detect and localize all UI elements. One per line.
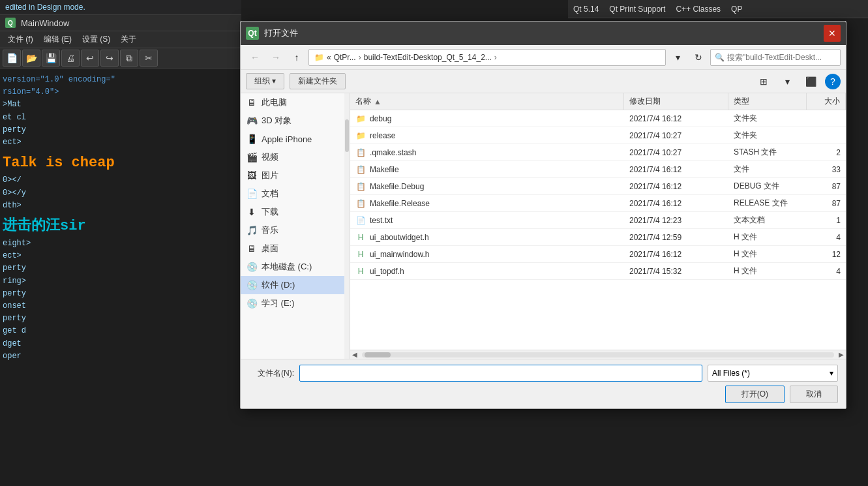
file-name-topdf: ui_topdf.h <box>370 267 404 276</box>
sidebar-item-desktop[interactable]: 🖥 桌面 <box>241 239 350 258</box>
sidebar-item-pictures[interactable]: 🖼 图片 <box>241 166 350 185</box>
breadcrumb-bar[interactable]: 📁 « QtPr... › build-TextEdit-Desktop_Qt_… <box>308 49 666 66</box>
file-icon-makefile: 📋 <box>355 164 366 175</box>
drive-d-icon: 💿 <box>246 279 258 291</box>
col-header-name[interactable]: 名称 ▲ <box>350 93 624 110</box>
dialog-toolbar: ← → ↑ 📁 « QtPr... › build-TextEdit-Deskt… <box>241 45 846 70</box>
file-icon-topdf: H <box>355 266 366 277</box>
organize-button[interactable]: 组织 ▾ <box>246 73 284 89</box>
menu-file[interactable]: 文件 (f) <box>3 33 38 46</box>
up-button[interactable]: ↑ <box>288 49 306 66</box>
file-size-makefile-release: 87 <box>807 199 846 208</box>
menu-about[interactable]: 关于 <box>115 33 142 46</box>
file-row-mainwindow[interactable]: H ui_mainwindow.h 2021/7/4 16:12 H 文件 12 <box>350 246 846 263</box>
dialog-title-bar: Qt 打开文件 ✕ <box>241 22 846 45</box>
tb-open-btn[interactable]: 📂 <box>22 50 40 67</box>
sidebar-item-drive-d[interactable]: 💿 软件 (D:) <box>241 276 350 294</box>
scroll-left-arrow[interactable]: ◀ <box>350 350 359 359</box>
tb-redo-btn[interactable]: ↪ <box>100 50 119 67</box>
pictures-icon: 🖼 <box>246 170 258 181</box>
file-date-makefile-debug: 2021/7/4 16:12 <box>624 182 728 191</box>
refresh-button[interactable]: ↻ <box>689 49 708 66</box>
computer-icon: 🖥 <box>246 97 258 108</box>
filetype-select[interactable]: All Files (*) ▾ <box>708 365 838 382</box>
sidebar-item-drive-e[interactable]: 💿 学习 (E:) <box>241 294 350 312</box>
file-icon-test: 📄 <box>355 215 366 226</box>
file-row-makefile[interactable]: 📋 Makefile 2021/7/4 16:12 文件 33 <box>350 161 846 178</box>
sidebar-item-video[interactable]: 🎬 视频 <box>241 148 350 166</box>
dropdown-button[interactable]: ▾ <box>668 49 687 66</box>
sidebar-item-iphone[interactable]: 📱 Apple iPhone <box>241 130 350 148</box>
file-type-makefile-release: RELEASE 文件 <box>728 198 807 209</box>
menu-edit[interactable]: 编辑 (E) <box>38 33 77 46</box>
filetype-value: All Files (*) <box>712 369 750 378</box>
code-content: version="1.0" encoding=" rsion="4.0"> >M… <box>0 68 241 368</box>
file-type-mainwindow: H 文件 <box>728 249 807 260</box>
sidebar-label-iphone: Apple iPhone <box>262 134 312 144</box>
menu-settings[interactable]: 设置 (S) <box>77 33 115 46</box>
file-date-release: 2021/7/4 10:27 <box>624 131 728 140</box>
sidebar-item-3d[interactable]: 🎮 3D 对象 <box>241 112 350 130</box>
footer-buttons: 打开(O) 取消 <box>248 386 838 403</box>
file-row-aboutwidget[interactable]: H ui_aboutwidget.h 2021/7/4 12:59 H 文件 4 <box>350 229 846 246</box>
sidebar-item-computer[interactable]: 🖥 此电脑 <box>241 93 350 112</box>
tb-cut-btn[interactable]: ✂ <box>140 50 158 67</box>
filename-input[interactable] <box>299 365 702 382</box>
search-input[interactable] <box>727 53 836 62</box>
scroll-thumb <box>365 352 391 357</box>
tb-print-btn[interactable]: 🖨 <box>61 50 80 67</box>
file-size-mainwindow: 12 <box>807 250 846 259</box>
file-date-makefile-release: 2021/7/4 16:12 <box>624 199 728 208</box>
help-button[interactable]: ? <box>825 74 841 89</box>
tb-save-btn[interactable]: 💾 <box>42 50 60 67</box>
file-row-topdf[interactable]: H ui_topdf.h 2021/7/4 15:32 H 文件 4 <box>350 263 846 280</box>
folder-icon-release: 📁 <box>355 130 366 141</box>
open-button[interactable]: 打开(O) <box>725 386 785 403</box>
horizontal-scrollbar[interactable]: ◀ ▶ <box>350 350 846 359</box>
rt-qt514: Qt 5.14 <box>573 5 599 14</box>
file-name-makefile: Makefile <box>370 165 399 174</box>
file-type-topdf: H 文件 <box>728 266 807 277</box>
sidebar-label-downloads: 下载 <box>262 206 278 218</box>
search-box[interactable]: 🔍 <box>710 49 841 66</box>
file-icon-aboutwidget: H <box>355 232 366 243</box>
file-date-mainwindow: 2021/7/4 16:12 <box>624 250 728 259</box>
col-header-size[interactable]: 大小 <box>807 93 846 110</box>
breadcrumb-icon: 📁 <box>314 53 324 62</box>
file-date-makefile: 2021/7/4 16:12 <box>624 165 728 174</box>
tb-new-btn[interactable]: 📄 <box>3 50 21 67</box>
new-folder-button[interactable]: 新建文件夹 <box>290 73 346 89</box>
tb-undo-btn[interactable]: ↩ <box>81 50 99 67</box>
file-row-qmake[interactable]: 📋 .qmake.stash 2021/7/4 10:27 STASH 文件 2 <box>350 144 846 161</box>
view-toggle-button[interactable]: ⊞ <box>755 73 773 90</box>
sidebar-item-drive-c[interactable]: 💿 本地磁盘 (C:) <box>241 258 350 276</box>
file-row-debug[interactable]: 📁 debug 2021/7/4 16:12 文件夹 <box>350 110 846 127</box>
sidebar-label-desktop: 桌面 <box>262 243 278 254</box>
back-button[interactable]: ← <box>246 49 264 66</box>
sidebar-item-downloads[interactable]: ⬇ 下载 <box>241 203 350 221</box>
scroll-right-arrow[interactable]: ▶ <box>837 350 846 359</box>
dialog-close-button[interactable]: ✕ <box>824 25 841 42</box>
file-name-aboutwidget: ui_aboutwidget.h <box>370 233 429 242</box>
file-row-test[interactable]: 📄 test.txt 2021/7/4 12:23 文本文档 1 <box>350 212 846 229</box>
forward-button[interactable]: → <box>267 49 285 66</box>
file-list[interactable]: 📁 debug 2021/7/4 16:12 文件夹 📁 release 202… <box>350 110 846 350</box>
file-date-qmake: 2021/7/4 10:27 <box>624 148 728 157</box>
file-type-qmake: STASH 文件 <box>728 147 807 158</box>
view-pane-button[interactable]: ⬛ <box>801 73 820 90</box>
file-row-makefile-release[interactable]: 📋 Makefile.Release 2021/7/4 16:12 RELEAS… <box>350 195 846 212</box>
sidebar-scrollbar[interactable] <box>344 93 350 359</box>
col-header-date[interactable]: 修改日期 <box>624 93 728 110</box>
view-options-button[interactable]: ▾ <box>778 73 796 90</box>
file-row-release[interactable]: 📁 release 2021/7/4 10:27 文件夹 <box>350 127 846 144</box>
sidebar-item-music[interactable]: 🎵 音乐 <box>241 221 350 239</box>
file-date-test: 2021/7/4 12:23 <box>624 216 728 225</box>
sidebar-scrollbar-thumb <box>345 119 349 152</box>
file-row-makefile-debug[interactable]: 📋 Makefile.Debug 2021/7/4 16:12 DEBUG 文件… <box>350 178 846 195</box>
sidebar-label-drive-c: 本地磁盘 (C:) <box>262 261 312 273</box>
tb-copy-btn[interactable]: ⧉ <box>120 50 138 67</box>
sidebar-item-documents[interactable]: 📄 文档 <box>241 185 350 203</box>
col-header-type[interactable]: 类型 <box>728 93 807 110</box>
cancel-button[interactable]: 取消 <box>790 386 838 403</box>
file-type-makefile-debug: DEBUG 文件 <box>728 181 807 192</box>
